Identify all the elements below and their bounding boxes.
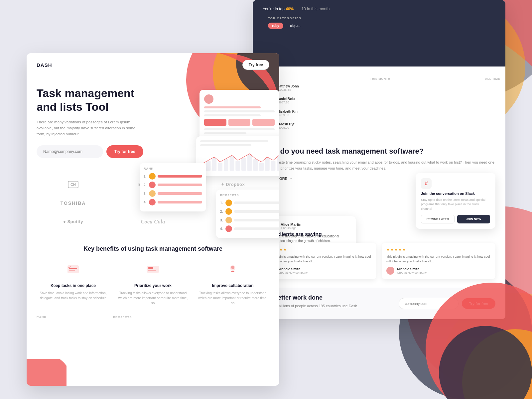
review-card-2: ★ ★ ★ ★ ★ This plugin is amazing with th… bbox=[382, 243, 495, 279]
email-input[interactable] bbox=[37, 145, 103, 158]
rank-bar-1 bbox=[158, 175, 202, 178]
svg-rect-8 bbox=[67, 265, 79, 273]
review-cards: ★ ★ ★ ★ ★ This plugin is amazing with th… bbox=[263, 243, 495, 279]
proj-row-2: 2. bbox=[220, 208, 279, 215]
cat-tag-ruby: ruby bbox=[268, 23, 283, 29]
top-ranking: You're in top 40% 10 in this month bbox=[263, 7, 330, 11]
message-time: 4 hours ago bbox=[281, 226, 301, 230]
proj-bar-4 bbox=[234, 227, 279, 230]
svg-rect-28 bbox=[271, 161, 276, 171]
svg-rect-19 bbox=[218, 163, 222, 171]
proj-row-3: 3. bbox=[220, 217, 279, 223]
brand-cn: CN bbox=[33, 178, 113, 191]
rank-card-title: RANK bbox=[144, 167, 202, 170]
reviewer-name-2: Michele Smith bbox=[397, 267, 427, 271]
cat-tags: ruby cloju... bbox=[268, 23, 490, 29]
benefit-tasks: Keep tasks in one place Save time, avoid… bbox=[37, 263, 110, 306]
projects-label: PROJECTS bbox=[113, 316, 132, 319]
earner-row-1: 1. Matthew John £10936.34 bbox=[258, 83, 500, 92]
slack-title: Join the conversation on Slack bbox=[421, 192, 490, 196]
join-now-button[interactable]: JOIN NOW bbox=[457, 215, 490, 223]
earner-row-3: 3. Elizabeth Kln £6789.90 bbox=[258, 108, 500, 118]
svg-rect-20 bbox=[224, 159, 228, 171]
bottom-cta-inner: Get better work done See why millions of… bbox=[263, 294, 495, 313]
earner-name-2: Daniel Belu bbox=[277, 97, 500, 101]
header-this-month: this month bbox=[370, 77, 390, 80]
card-btn-3 bbox=[252, 119, 275, 126]
reviewer-name-1: Michele Smith bbox=[278, 267, 308, 271]
svg-rect-18 bbox=[212, 158, 216, 171]
reviewer-2: Michele Smith CEO at New company bbox=[386, 267, 491, 275]
earner-info-4: Araosh Dyt £6005.00 bbox=[277, 122, 500, 129]
ui-card-rank: RANK 1. 2. 3. 4. bbox=[140, 163, 206, 211]
proj-row-4: 4. bbox=[220, 225, 279, 232]
proj-dot-2 bbox=[225, 208, 232, 215]
svg-rect-21 bbox=[230, 156, 234, 171]
reviewer-title-1: CEO at New company bbox=[278, 271, 308, 274]
rank-row-4: 4. bbox=[144, 199, 202, 205]
try-for-free-button[interactable]: Try for free bbox=[106, 145, 143, 158]
benefit-tasks-desc: Save time, avoid losing work and informa… bbox=[37, 291, 110, 301]
svg-rect-13 bbox=[148, 270, 156, 271]
rank-bar-4 bbox=[158, 201, 202, 203]
proj-bar-1 bbox=[234, 201, 279, 204]
rank-dot-4 bbox=[149, 199, 156, 205]
reviewer-avatar-2 bbox=[386, 267, 394, 275]
svg-rect-11 bbox=[147, 266, 159, 273]
rank-row-3: 3. bbox=[144, 190, 202, 197]
header-all-time: All time bbox=[485, 77, 500, 80]
projects-card-title: PROJECTS bbox=[220, 194, 279, 197]
message-sender-info: Alice Martin 4 hours ago bbox=[281, 222, 301, 230]
benefit-prioritize-desc: Tracking tasks allows everyone to unders… bbox=[116, 291, 190, 306]
ui-card-tasklist bbox=[200, 90, 279, 141]
rank-row-1: 1. bbox=[144, 173, 202, 180]
earner-row-4: 4. Araosh Dyt £6005.00 bbox=[258, 121, 500, 130]
card-buttons bbox=[204, 119, 275, 126]
svg-rect-17 bbox=[206, 161, 211, 171]
benefit-collab-desc: Tracking tasks allows everyone to unders… bbox=[196, 291, 269, 306]
benefit-tasks-icon bbox=[65, 263, 81, 279]
stars-1: ★ ★ ★ ★ ★ bbox=[267, 247, 372, 252]
proj-row-1: 1. bbox=[220, 200, 279, 206]
proj-dot-1 bbox=[225, 200, 232, 206]
card-line-3 bbox=[204, 114, 261, 116]
hero-title: Task management and lists Tool bbox=[37, 86, 156, 114]
floating-cards: RANK 1. 2. 3. 4. P bbox=[160, 70, 279, 269]
svg-point-32 bbox=[439, 326, 532, 399]
rank-dot-1 bbox=[149, 173, 156, 180]
try-free-button-nav[interactable]: Try free bbox=[242, 60, 269, 70]
svg-rect-29 bbox=[277, 156, 279, 171]
arrow-icon: → bbox=[289, 177, 293, 181]
left-page: DASH Try free Task management and lists … bbox=[27, 53, 279, 386]
logo: DASH bbox=[37, 62, 52, 68]
message-header: Alice Martin 4 hours ago bbox=[267, 221, 351, 231]
why-description: Do you waste time organizing sticky note… bbox=[263, 160, 495, 171]
svg-rect-25 bbox=[253, 159, 258, 171]
right-page: You're in top 40% 10 in this month TOP C… bbox=[253, 0, 505, 319]
card-line-2 bbox=[204, 110, 275, 112]
bottom-left-deco bbox=[27, 359, 66, 386]
slack-icon: # bbox=[421, 178, 432, 189]
review-text-2: This plugin is amazing with the current … bbox=[386, 254, 491, 263]
earner-amount-1: £10936.34 bbox=[277, 88, 500, 91]
earner-info-1: Matthew John £10936.34 bbox=[277, 84, 500, 91]
rank-bottom-section: RANK PROJECTS bbox=[27, 312, 279, 325]
right-page-dark-section: You're in top 40% 10 in this month TOP C… bbox=[253, 0, 505, 66]
rank-dot-3 bbox=[149, 190, 156, 197]
earner-info-3: Elizabeth Kln £6789.90 bbox=[277, 110, 500, 117]
earner-name-3: Elizabeth Kln bbox=[277, 110, 500, 113]
bottom-email-input[interactable] bbox=[399, 298, 459, 309]
remind-later-button[interactable]: REMIND LATER bbox=[421, 215, 455, 223]
rank-label: RANK bbox=[37, 316, 47, 319]
top-earners-title: Top Earners bbox=[258, 70, 500, 74]
mini-chart-svg bbox=[200, 151, 279, 171]
benefit-tasks-name: Keep tasks in one place bbox=[37, 283, 110, 288]
bottom-try-for-free-button[interactable]: Try for free bbox=[462, 298, 495, 309]
ui-card-projects: PROJECTS 1. 2. 3. 4. bbox=[216, 190, 279, 238]
earner-amount-4: £6005.00 bbox=[277, 126, 500, 129]
rank-bottom-labels: RANK PROJECTS bbox=[37, 316, 269, 319]
why-title: Why do you need task management software… bbox=[263, 147, 495, 156]
earner-amount-2: £9687.10 bbox=[277, 101, 500, 104]
card-line-1 bbox=[204, 106, 261, 108]
svg-rect-23 bbox=[241, 158, 246, 171]
